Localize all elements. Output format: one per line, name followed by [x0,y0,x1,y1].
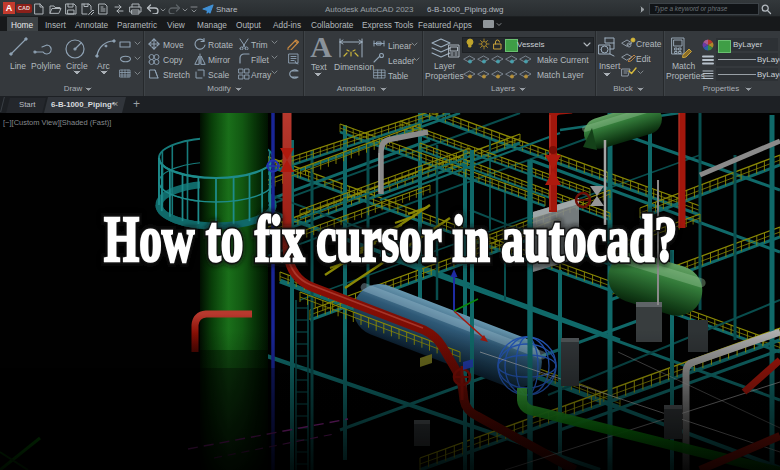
svg-text:How to fix cursor in autocad?: How to fix cursor in autocad? [104,202,677,275]
